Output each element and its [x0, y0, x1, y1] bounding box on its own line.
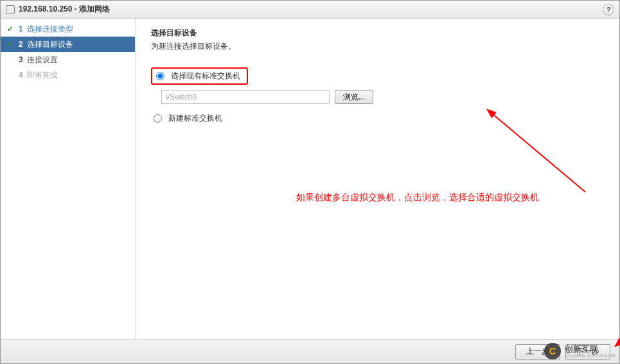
add-network-dialog: 192.168.10.250 - 添加网络 ? ✓ 1 选择连接类型 ✓ 2 选…	[0, 0, 620, 364]
radio-new-label: 新建标准交换机	[168, 113, 222, 124]
radio-existing-label: 选择现有标准交换机	[171, 71, 240, 82]
host-icon	[6, 5, 15, 14]
step-target-device[interactable]: ✓ 2 选择目标设备	[1, 37, 135, 52]
page-subheading: 为新连接选择目标设备。	[151, 41, 607, 52]
radio-existing-input[interactable]	[156, 72, 164, 80]
wizard-footer: 上一步 下一步	[1, 339, 619, 363]
existing-switch-row: 浏览...	[161, 90, 607, 104]
browse-button[interactable]: 浏览...	[335, 90, 373, 104]
annotation-text: 如果创建多台虚拟交换机，点击浏览，选择合适的虚拟交换机	[296, 192, 539, 204]
radio-existing-switch[interactable]: 选择现有标准交换机	[151, 67, 248, 85]
prev-button[interactable]: 上一步	[515, 344, 560, 360]
radio-new-input[interactable]	[154, 114, 162, 123]
dialog-title: 192.168.10.250 - 添加网络	[19, 4, 110, 15]
wizard-sidebar: ✓ 1 选择连接类型 ✓ 2 选择目标设备 3 连接设置 4 即将完成	[1, 19, 136, 339]
radio-new-switch[interactable]: 新建标准交换机	[152, 113, 607, 124]
step-label: 选择连接类型	[27, 24, 73, 35]
svg-line-0	[492, 114, 585, 192]
step-connection-settings[interactable]: 3 连接设置	[1, 52, 135, 67]
dialog-body: ✓ 1 选择连接类型 ✓ 2 选择目标设备 3 连接设置 4 即将完成 选择目标…	[1, 19, 619, 339]
step-label: 即将完成	[27, 70, 58, 81]
step-label: 连接设置	[27, 55, 58, 65]
switch-name-input	[161, 90, 330, 104]
step-label: 选择目标设备	[27, 39, 73, 50]
titlebar: 192.168.10.250 - 添加网络 ?	[1, 1, 619, 19]
check-icon: ✓	[7, 24, 16, 33]
step-connection-type[interactable]: ✓ 1 选择连接类型	[1, 21, 135, 37]
page-heading: 选择目标设备	[151, 28, 607, 39]
wizard-main: 选择目标设备 为新连接选择目标设备。 选择现有标准交换机 浏览... 新建标准交…	[136, 19, 619, 339]
next-button[interactable]: 下一步	[565, 344, 610, 360]
check-icon: ✓	[7, 40, 16, 49]
step-ready-to-complete: 4 即将完成	[1, 67, 135, 83]
help-icon[interactable]: ?	[603, 4, 614, 15]
